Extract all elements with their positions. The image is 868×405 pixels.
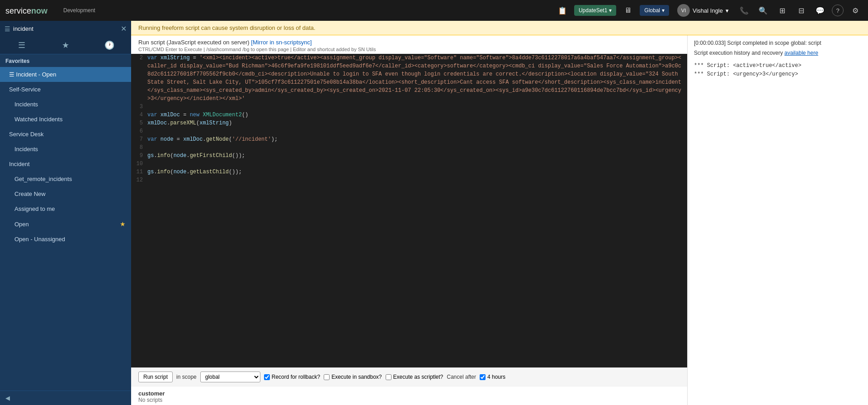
back-icon: ◀ bbox=[5, 395, 10, 401]
run-script-button[interactable]: Run script bbox=[138, 372, 173, 382]
output-result-line: *** Script: <active>true</active> bbox=[694, 62, 862, 70]
user-menu[interactable]: VI Vishal Ingle ▾ bbox=[674, 2, 732, 19]
line-number: 3 bbox=[131, 103, 147, 111]
rollback-checkbox[interactable] bbox=[264, 374, 270, 380]
search-icon[interactable]: 🔍 bbox=[756, 3, 770, 18]
navbar: service now Development 📋 UpdateSet1 ▾ 🖥… bbox=[0, 0, 868, 21]
cancel-label: Cancel after bbox=[447, 374, 476, 380]
sidebar-item-create-new[interactable]: Create New bbox=[0, 186, 131, 201]
clear-search-icon[interactable]: ✕ bbox=[121, 24, 127, 33]
line-number: 2 bbox=[131, 54, 147, 103]
content-area: Running freeform script can cause system… bbox=[131, 21, 868, 405]
sidebar-tab-list[interactable]: ☰ bbox=[0, 37, 44, 54]
code-line: 12 bbox=[131, 176, 687, 184]
code-line: 9gs.info(node.getFirstChild()); bbox=[131, 152, 687, 160]
line-number: 8 bbox=[131, 143, 147, 152]
filter-icon: ☰ bbox=[5, 25, 10, 33]
footer-section-sub: No scripts bbox=[138, 397, 680, 403]
script-container: Run script (JavaScript executed on serve… bbox=[131, 35, 868, 405]
code-line: 7var node = xmlDoc.getNode('//incident')… bbox=[131, 135, 687, 143]
sidebar-item-incidents-2[interactable]: Incidents bbox=[0, 142, 131, 157]
scriptlet-checkbox-group: Execute as scriptlet? bbox=[386, 374, 443, 380]
sidebar-tab-history[interactable]: 🕐 bbox=[87, 37, 131, 54]
sidebar-tabs: ☰ ★ 🕐 bbox=[0, 37, 131, 54]
scriptlet-checkbox[interactable] bbox=[386, 374, 392, 380]
phone-icon[interactable]: 📞 bbox=[737, 3, 751, 18]
warning-text: Running freeform script can cause system… bbox=[138, 24, 316, 31]
line-content bbox=[147, 176, 687, 184]
line-number: 5 bbox=[131, 119, 147, 127]
sidebar-item-open-unassigned[interactable]: Open - Unassigned bbox=[0, 232, 131, 247]
output-history-link[interactable]: available here bbox=[784, 50, 818, 56]
monitor-icon[interactable]: 🖥 bbox=[621, 3, 635, 18]
chat-icon[interactable]: 💬 bbox=[813, 3, 827, 18]
update-set-label: UpdateSet1 bbox=[579, 7, 607, 14]
split-icon[interactable]: ⊟ bbox=[794, 3, 808, 18]
sandbox-label: Execute in sandbox? bbox=[331, 374, 382, 380]
rollback-label: Record for rollback? bbox=[272, 374, 320, 380]
servicenow-logo-svg: service now bbox=[5, 5, 60, 16]
sidebar-nav: Favorites ☰ Incident - Open Self-Service… bbox=[0, 54, 131, 391]
code-line: 5xmlDoc.parseXML(xmlString) bbox=[131, 119, 687, 127]
line-content bbox=[147, 127, 687, 135]
sidebar-item-service-desk[interactable]: Service Desk bbox=[0, 127, 131, 142]
chevron-down-icon: ▾ bbox=[662, 7, 665, 14]
mirror-link[interactable]: [Mirror in sn-scriptsync] bbox=[251, 39, 311, 46]
line-number: 4 bbox=[131, 111, 147, 119]
sidebar-tab-favorites[interactable]: ★ bbox=[44, 37, 88, 54]
code-line: 11gs.info(node.getLastChild()); bbox=[131, 168, 687, 176]
scope-select[interactable]: global current application bbox=[200, 372, 260, 382]
hours-label: 4 hours bbox=[487, 374, 505, 380]
sidebar-back-button[interactable]: ◀ bbox=[0, 391, 131, 405]
sidebar: ☰ ✕ ☰ ★ 🕐 Favorites ☰ Incident - Open Se… bbox=[0, 21, 131, 405]
sidebar-item-incident[interactable]: Incident bbox=[0, 157, 131, 172]
scope-button[interactable]: Global ▾ bbox=[640, 5, 669, 16]
section-footer: customer No scripts bbox=[131, 386, 687, 405]
username: Vishal Ingle bbox=[693, 7, 723, 14]
script-title: Run script (JavaScript executed on serve… bbox=[138, 39, 680, 46]
output-panel: [0:00:00.033] Script completed in scope … bbox=[687, 35, 868, 405]
grid-icon[interactable]: ⊞ bbox=[775, 3, 789, 18]
sidebar-item-watched-incidents[interactable]: Watched Incidents bbox=[0, 112, 131, 127]
sidebar-search-bar: ☰ ✕ bbox=[0, 21, 131, 37]
line-content: var xmlDoc = new XMLDocument2() bbox=[147, 111, 687, 119]
code-line: 4var xmlDoc = new XMLDocument2() bbox=[131, 111, 687, 119]
sidebar-item-assigned-to-me[interactable]: Assigned to me bbox=[0, 201, 131, 216]
sidebar-item-self-service[interactable]: Self-Service bbox=[0, 82, 131, 97]
code-line: 10 bbox=[131, 160, 687, 168]
line-number: 10 bbox=[131, 160, 147, 168]
svg-text:service: service bbox=[5, 6, 31, 15]
sidebar-item-incidents-1[interactable]: Incidents bbox=[0, 97, 131, 112]
rollback-checkbox-group: Record for rollback? bbox=[264, 374, 320, 380]
output-history-text: Script execution history and recovery bbox=[694, 50, 783, 56]
code-line: 2var xmlString = '<xml><incident><active… bbox=[131, 54, 687, 103]
main-layout: ☰ ✕ ☰ ★ 🕐 Favorites ☰ Incident - Open Se… bbox=[0, 21, 868, 405]
star-icon: ★ bbox=[120, 220, 126, 228]
sidebar-item-incident-open[interactable]: ☰ Incident - Open bbox=[0, 67, 131, 82]
sidebar-search-input[interactable] bbox=[13, 25, 118, 32]
line-number: 12 bbox=[131, 176, 147, 184]
brand-logo[interactable]: service now Development bbox=[5, 5, 95, 16]
help-icon[interactable]: ? bbox=[832, 5, 844, 16]
settings-icon[interactable]: ⚙ bbox=[848, 3, 863, 18]
clipboard-icon[interactable]: 📋 bbox=[555, 3, 570, 18]
footer-section-name: customer bbox=[138, 390, 680, 397]
avatar: VI bbox=[677, 4, 690, 17]
output-content: [0:00:00.033] Script completed in scope … bbox=[688, 35, 868, 405]
code-line: 6 bbox=[131, 127, 687, 135]
hours-checkbox[interactable] bbox=[480, 374, 486, 380]
line-content: xmlDoc.parseXML(xmlString) bbox=[147, 119, 687, 127]
sidebar-item-get-remote-incidents[interactable]: Get_remote_incidents bbox=[0, 172, 131, 186]
update-set-button[interactable]: UpdateSet1 ▾ bbox=[574, 5, 616, 16]
script-toolbar: Run script in scope global current appli… bbox=[131, 367, 687, 386]
code-editor[interactable]: 2var xmlString = '<xml><incident><active… bbox=[131, 54, 687, 367]
chevron-down-icon: ▾ bbox=[726, 7, 729, 14]
sandbox-checkbox[interactable] bbox=[324, 374, 330, 380]
sidebar-item-open[interactable]: Open ★ bbox=[0, 216, 131, 232]
script-header: Run script (JavaScript executed on serve… bbox=[131, 35, 687, 54]
output-results: *** Script: <active>true</active>*** Scr… bbox=[694, 62, 862, 79]
line-content: var node = xmlDoc.getNode('//incident'); bbox=[147, 135, 687, 143]
line-number: 11 bbox=[131, 168, 147, 176]
line-number: 7 bbox=[131, 135, 147, 143]
chevron-down-icon: ▾ bbox=[609, 7, 612, 14]
